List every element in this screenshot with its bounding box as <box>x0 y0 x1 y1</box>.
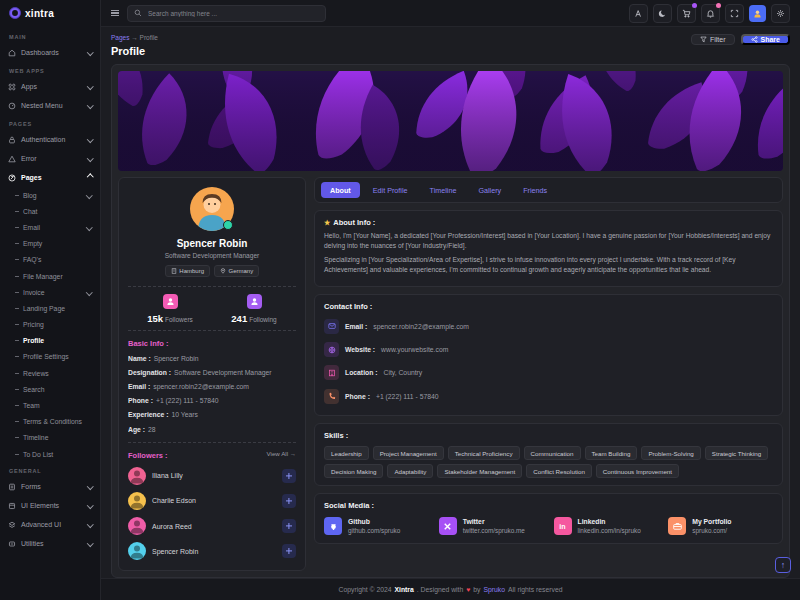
profile-tab[interactable]: Timeline <box>421 182 466 198</box>
sidebar-subitem[interactable]: Landing Page <box>0 300 100 316</box>
add-follower-button[interactable] <box>282 519 296 533</box>
contact-row-website: Website : www.yourwebsite.com <box>324 338 773 361</box>
skill-badge[interactable]: Problem-Solving <box>641 446 700 460</box>
footer-spruko-link[interactable]: Spruko <box>484 586 506 593</box>
chevron-down-icon <box>86 224 92 230</box>
skill-badge[interactable]: Communication <box>524 446 581 460</box>
dash-marker <box>15 243 19 244</box>
following-icon <box>247 294 262 309</box>
sidebar-item-error[interactable]: Error <box>0 149 100 168</box>
logo[interactable]: xintra <box>0 0 100 26</box>
sidebar-subitem[interactable]: Email <box>0 219 100 235</box>
sidebar-subitem[interactable]: Empty <box>0 236 100 252</box>
social-twitter[interactable]: Twitter twitter.com/spruko.me <box>439 517 544 535</box>
sidebar-subitem-label: Invoice <box>23 289 45 296</box>
breadcrumb-parent[interactable]: Pages <box>111 34 129 41</box>
sidebar-subitem[interactable]: To Do List <box>0 446 100 462</box>
settings-gear-icon[interactable] <box>771 4 790 23</box>
sidebar-subitem[interactable]: Profile Settings <box>0 349 100 365</box>
skill-badge[interactable]: Project Management <box>373 446 444 460</box>
globe-icon <box>324 342 339 357</box>
page-content: Pages → Profile Profile Filter Share <box>101 27 800 578</box>
skills-list: LeadershipProject ManagementTechnical Pr… <box>324 444 773 478</box>
basic-info-row: Experience :10 Years <box>128 408 296 422</box>
social-github[interactable]: Github github.com/spruko <box>324 517 429 535</box>
sidebar-subitem[interactable]: FAQ's <box>0 252 100 268</box>
fullscreen-icon[interactable] <box>725 4 744 23</box>
share-button[interactable]: Share <box>741 34 790 45</box>
hamburger-menu-icon[interactable] <box>111 10 119 17</box>
profile-tab[interactable]: About <box>321 182 360 198</box>
sidebar-item-label: UI Elements <box>21 502 59 509</box>
view-all-link[interactable]: View All → <box>267 450 296 457</box>
followers-list: Iliana Lilly Charlie Edson <box>128 463 296 564</box>
global-search[interactable] <box>127 5 326 22</box>
sidebar-subitem[interactable]: Pricing <box>0 317 100 333</box>
contact-row-location: Location : City, Country <box>324 361 773 384</box>
basic-info-row: Age :28 <box>128 422 296 436</box>
follower-avatar <box>128 492 146 510</box>
profile-role: Software Development Manager <box>128 252 296 259</box>
sidebar-subitem[interactable]: Timeline <box>0 430 100 446</box>
following-stat: 241Following <box>212 294 296 324</box>
profile-tab[interactable]: Gallery <box>469 182 510 198</box>
skill-badge[interactable]: Adaptability <box>387 464 433 478</box>
sidebar-item-label: Pages <box>21 174 42 181</box>
sidebar-subitem[interactable]: Reviews <box>0 365 100 381</box>
dash-marker <box>15 259 19 260</box>
sidebar-subitem[interactable]: Profile <box>0 333 100 349</box>
skill-badge[interactable]: Team Building <box>585 446 638 460</box>
sidebar-item-authentication[interactable]: Authentication <box>0 130 100 149</box>
skill-badge[interactable]: Technical Proficiency <box>448 446 520 460</box>
sidebar-item-utilities[interactable]: Utilities <box>0 534 100 553</box>
add-follower-button[interactable] <box>282 494 296 508</box>
search-input[interactable] <box>146 9 319 18</box>
sidebar-item-apps[interactable]: Apps <box>0 77 100 96</box>
skill-badge[interactable]: Decision Making <box>324 464 383 478</box>
sidebar-subitem-label: Reviews <box>23 370 49 377</box>
filter-button[interactable]: Filter <box>691 34 735 45</box>
dash-marker <box>15 308 19 309</box>
sidebar-subitem[interactable]: Terms & Conditions <box>0 414 100 430</box>
skill-badge[interactable]: Conflict Resolution <box>526 464 592 478</box>
add-follower-button[interactable] <box>282 469 296 483</box>
sidebar-subitem[interactable]: Team <box>0 397 100 413</box>
contact-row-phone: Phone : +1 (222) 111 - 57840 <box>324 385 773 408</box>
sidebar-subitem[interactable]: Chat <box>0 203 100 219</box>
social-portfolio[interactable]: My Portfolio spruko.com/ <box>668 517 773 535</box>
sidebar-item-forms[interactable]: Forms <box>0 477 100 496</box>
skill-badge[interactable]: Stakeholder Management <box>437 464 522 478</box>
lock-icon <box>8 136 16 144</box>
theme-toggle-icon[interactable] <box>653 4 672 23</box>
sidebar-subitem[interactable]: Blog <box>0 187 100 203</box>
search-icon <box>134 9 142 17</box>
follower-row: Iliana Lilly <box>128 463 296 488</box>
skill-badge[interactable]: Strategic Thinking <box>705 446 768 460</box>
sidebar-item-advanced-ui[interactable]: Advanced UI <box>0 515 100 534</box>
nested-menu-icon <box>8 102 16 110</box>
skill-badge[interactable]: Leadership <box>324 446 369 460</box>
add-follower-button[interactable] <box>282 544 296 558</box>
profile-tab[interactable]: Friends <box>514 182 556 198</box>
skill-badge[interactable]: Continuous Improvement <box>596 464 679 478</box>
translate-icon[interactable] <box>629 4 648 23</box>
chevron-down-icon <box>87 49 93 55</box>
user-avatar[interactable] <box>749 5 766 22</box>
profile-tab[interactable]: Edit Profile <box>364 182 417 198</box>
sidebar-item-dashboards[interactable]: Dashboards <box>0 43 100 62</box>
page-actions: Filter Share <box>691 34 790 45</box>
scroll-to-top-button[interactable]: ↑ <box>775 557 791 573</box>
sidebar-subitem[interactable]: Invoice <box>0 284 100 300</box>
sidebar-item-nested-menu[interactable]: Nested Menu <box>0 96 100 115</box>
section-web-apps: WEB APPS <box>0 62 100 77</box>
cart-icon[interactable] <box>677 4 696 23</box>
sidebar-subitem[interactable]: File Manager <box>0 268 100 284</box>
social-linkedin[interactable]: in Linkedin linkedin.com/in/spruko <box>554 517 659 535</box>
sidebar-item-ui-elements[interactable]: UI Elements <box>0 496 100 515</box>
profile-card: Spencer Robin Software Development Manag… <box>111 64 790 578</box>
sidebar-subitem[interactable]: Search <box>0 381 100 397</box>
dash-marker <box>15 195 19 196</box>
notifications-bell-icon[interactable] <box>701 4 720 23</box>
social-title: Social Media : <box>324 501 773 510</box>
sidebar-item-pages[interactable]: Pages <box>0 168 100 187</box>
